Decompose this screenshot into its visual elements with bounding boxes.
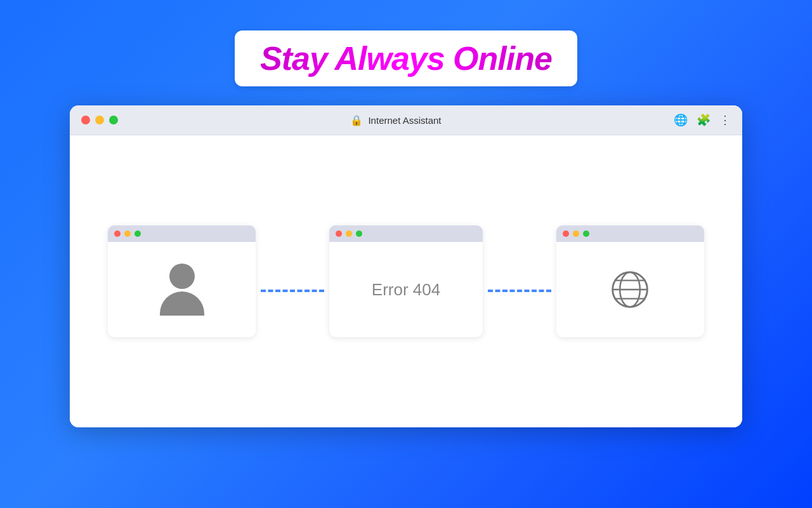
mini-maximize-left (134, 231, 141, 237)
mini-browser-center: Error 404 (329, 225, 483, 337)
user-head (169, 264, 195, 289)
title-banner: Stay Always Online (235, 30, 577, 86)
mini-minimize-center (346, 231, 352, 237)
address-bar[interactable]: 🔒 Internet Assistant (350, 114, 441, 126)
mini-minimize-left (124, 231, 131, 237)
globe-large-icon (607, 267, 653, 312)
mini-titlebar-right (556, 225, 704, 242)
error-404-text: Error 404 (372, 280, 440, 300)
traffic-lights (81, 116, 118, 124)
address-label: Internet Assistant (368, 115, 441, 126)
browser-controls: 🌐 🧩 ⋮ (674, 113, 731, 127)
mini-titlebar-left (108, 225, 256, 242)
maximize-button[interactable] (109, 116, 118, 124)
mini-maximize-right (583, 231, 589, 237)
mini-content-left (108, 242, 256, 337)
mini-browser-right (556, 225, 704, 337)
main-title: Stay Always Online (260, 40, 552, 77)
mini-browsers-row: Error 404 (108, 225, 704, 337)
mini-close-left (114, 231, 121, 237)
globe-icon[interactable]: 🌐 (674, 113, 688, 127)
browser-titlebar: 🔒 Internet Assistant 🌐 🧩 ⋮ (70, 105, 742, 135)
browser-content: Error 404 (70, 135, 742, 427)
lock-icon: 🔒 (350, 114, 363, 126)
mini-minimize-right (573, 231, 579, 237)
main-browser-window: 🔒 Internet Assistant 🌐 🧩 ⋮ (70, 105, 742, 427)
mini-close-right (563, 231, 569, 237)
mini-titlebar-center (329, 225, 483, 242)
mini-close-center (336, 231, 342, 237)
menu-icon[interactable]: ⋮ (719, 113, 731, 127)
connector-left (261, 290, 324, 292)
mini-content-center: Error 404 (329, 242, 483, 337)
minimize-button[interactable] (95, 116, 104, 124)
mini-maximize-center (356, 231, 362, 237)
connector-right (488, 290, 551, 292)
user-body (160, 291, 204, 316)
mini-content-right (556, 242, 704, 337)
extensions-icon[interactable]: 🧩 (697, 113, 710, 127)
close-button[interactable] (81, 116, 90, 124)
user-icon (160, 264, 204, 316)
mini-browser-left (108, 225, 256, 337)
